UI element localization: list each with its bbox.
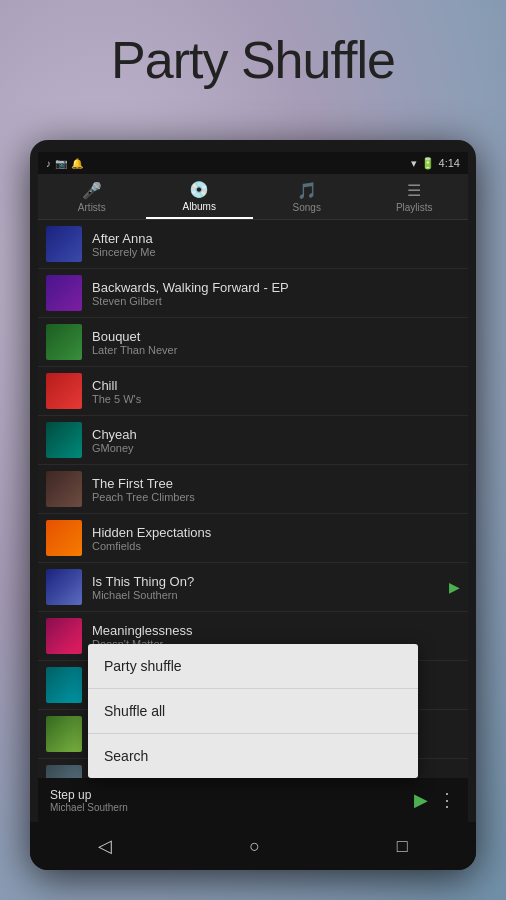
now-playing-info: Step up Michael Southern bbox=[50, 788, 128, 813]
album-art bbox=[46, 618, 82, 654]
song-title: Bouquet bbox=[92, 329, 460, 344]
music-status-icon: ♪ bbox=[46, 158, 51, 169]
album-art bbox=[46, 373, 82, 409]
list-item[interactable]: After Anna Sincerely Me bbox=[38, 220, 468, 269]
song-info: Backwards, Walking Forward - EP Steven G… bbox=[92, 280, 460, 307]
nav-tabs: 🎤 Artists 💿 Albums 🎵 Songs ☰ Playlists bbox=[38, 174, 468, 220]
song-artist: Michael Southern bbox=[92, 589, 449, 601]
play-pause-button[interactable]: ▶ bbox=[414, 789, 428, 811]
status-bar-left: ♪ 📷 🔔 bbox=[46, 158, 83, 169]
list-item[interactable]: Hidden Expectations Comfields bbox=[38, 514, 468, 563]
song-info: Is This Thing On? Michael Southern bbox=[92, 574, 449, 601]
song-artist: Steven Gilbert bbox=[92, 295, 460, 307]
page-title: Party Shuffle bbox=[0, 30, 506, 90]
tab-playlists-label: Playlists bbox=[396, 202, 433, 213]
tab-artists-label: Artists bbox=[78, 202, 106, 213]
list-item[interactable]: Bouquet Later Than Never bbox=[38, 318, 468, 367]
song-title: After Anna bbox=[92, 231, 460, 246]
list-item[interactable]: Backwards, Walking Forward - EP Steven G… bbox=[38, 269, 468, 318]
playlists-icon: ☰ bbox=[407, 181, 421, 200]
more-options-button[interactable]: ⋮ bbox=[438, 789, 456, 811]
song-title: Is This Thing On? bbox=[92, 574, 449, 589]
album-art bbox=[46, 226, 82, 262]
song-title: Chill bbox=[92, 378, 460, 393]
status-bar: ♪ 📷 🔔 ▾ 🔋 4:14 bbox=[38, 152, 468, 174]
song-title: Meaninglessness bbox=[92, 623, 460, 638]
album-art bbox=[46, 471, 82, 507]
wifi-icon: ▾ bbox=[411, 157, 417, 170]
search-option[interactable]: Search bbox=[88, 734, 418, 778]
song-artist: GMoney bbox=[92, 442, 460, 454]
device-frame: ♪ 📷 🔔 ▾ 🔋 4:14 🎤 Artists 💿 Albums 🎵 bbox=[30, 140, 476, 870]
camera-status-icon: 📷 bbox=[55, 158, 67, 169]
shuffle-all-option[interactable]: Shuffle all bbox=[88, 689, 418, 734]
album-art bbox=[46, 667, 82, 703]
song-artist: Comfields bbox=[92, 540, 460, 552]
notification-status-icon: 🔔 bbox=[71, 158, 83, 169]
song-title: Hidden Expectations bbox=[92, 525, 460, 540]
songs-icon: 🎵 bbox=[297, 181, 317, 200]
song-info: Hidden Expectations Comfields bbox=[92, 525, 460, 552]
album-art bbox=[46, 324, 82, 360]
status-time: 4:14 bbox=[439, 157, 460, 169]
back-button[interactable]: ◁ bbox=[98, 835, 112, 857]
tab-albums[interactable]: 💿 Albums bbox=[146, 174, 254, 219]
device-nav-bar: ◁ ○ □ bbox=[30, 822, 476, 870]
album-art bbox=[46, 422, 82, 458]
album-art bbox=[46, 765, 82, 778]
status-bar-right: ▾ 🔋 4:14 bbox=[411, 157, 460, 170]
album-art bbox=[46, 716, 82, 752]
recents-button[interactable]: □ bbox=[397, 836, 408, 857]
song-artist: Peach Tree Climbers bbox=[92, 491, 460, 503]
now-playing-title: Step up bbox=[50, 788, 128, 802]
album-art bbox=[46, 569, 82, 605]
tab-playlists[interactable]: ☰ Playlists bbox=[361, 174, 469, 219]
list-item[interactable]: The First Tree Peach Tree Climbers bbox=[38, 465, 468, 514]
tab-songs-label: Songs bbox=[293, 202, 321, 213]
tab-artists[interactable]: 🎤 Artists bbox=[38, 174, 146, 219]
list-item[interactable]: Chyeah GMoney bbox=[38, 416, 468, 465]
albums-icon: 💿 bbox=[189, 180, 209, 199]
song-info: Chyeah GMoney bbox=[92, 427, 460, 454]
now-playing-indicator: ▶ bbox=[449, 579, 460, 595]
battery-icon: 🔋 bbox=[421, 157, 435, 170]
bottom-bar: Step up Michael Southern ▶ ⋮ bbox=[38, 778, 468, 822]
song-title: The First Tree bbox=[92, 476, 460, 491]
artists-icon: 🎤 bbox=[82, 181, 102, 200]
song-title: Backwards, Walking Forward - EP bbox=[92, 280, 460, 295]
song-artist: Later Than Never bbox=[92, 344, 460, 356]
list-item[interactable]: Is This Thing On? Michael Southern ▶ bbox=[38, 563, 468, 612]
home-button[interactable]: ○ bbox=[249, 836, 260, 857]
now-playing-artist: Michael Southern bbox=[50, 802, 128, 813]
song-title: Chyeah bbox=[92, 427, 460, 442]
song-info: The First Tree Peach Tree Climbers bbox=[92, 476, 460, 503]
song-info: Bouquet Later Than Never bbox=[92, 329, 460, 356]
song-info: After Anna Sincerely Me bbox=[92, 231, 460, 258]
list-item[interactable]: Chill The 5 W's bbox=[38, 367, 468, 416]
song-info: Chill The 5 W's bbox=[92, 378, 460, 405]
album-art bbox=[46, 275, 82, 311]
tab-songs[interactable]: 🎵 Songs bbox=[253, 174, 361, 219]
song-artist: Sincerely Me bbox=[92, 246, 460, 258]
song-artist: The 5 W's bbox=[92, 393, 460, 405]
bottom-controls: ▶ ⋮ bbox=[414, 789, 456, 811]
tab-albums-label: Albums bbox=[183, 201, 216, 212]
context-menu: Party shuffle Shuffle all Search bbox=[88, 644, 418, 778]
device-screen: ♪ 📷 🔔 ▾ 🔋 4:14 🎤 Artists 💿 Albums 🎵 bbox=[38, 152, 468, 822]
album-art bbox=[46, 520, 82, 556]
party-shuffle-option[interactable]: Party shuffle bbox=[88, 644, 418, 689]
